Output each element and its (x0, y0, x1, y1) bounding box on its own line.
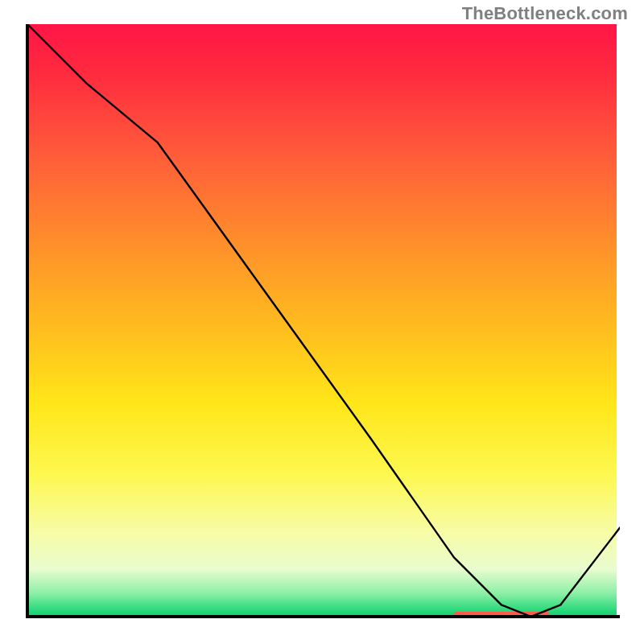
chart-container: TheBottleneck.com (0, 0, 644, 644)
plot-area (24, 24, 620, 620)
watermark-text: TheBottleneck.com (462, 3, 628, 24)
axis-lines (27, 24, 620, 617)
data-curve (27, 24, 620, 617)
chart-overlay (24, 24, 620, 620)
